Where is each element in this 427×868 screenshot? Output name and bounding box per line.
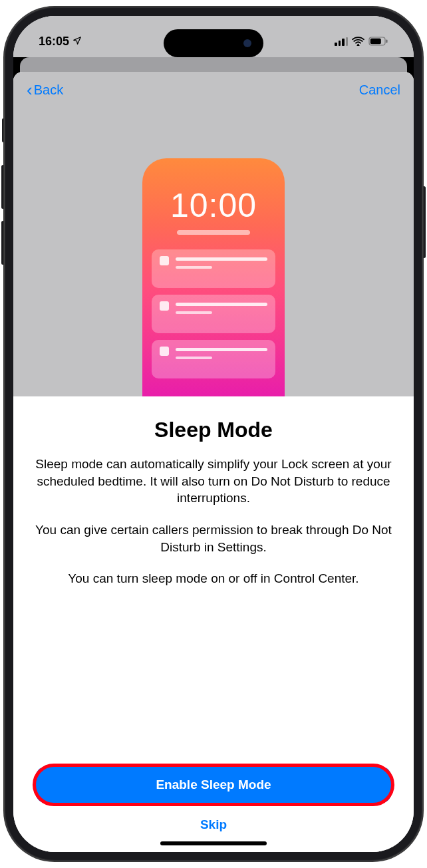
preview-notification <box>152 249 275 288</box>
svg-rect-3 <box>370 39 381 44</box>
battery-icon <box>368 37 388 46</box>
status-right <box>335 37 388 46</box>
back-button[interactable]: ‹ Back <box>27 81 63 98</box>
modal-sheet: ‹ Back Cancel 10:00 <box>13 72 414 852</box>
svg-rect-2 <box>386 40 388 43</box>
chevron-left-icon: ‹ <box>27 81 33 98</box>
dynamic-island <box>164 29 263 57</box>
illustration-area: ‹ Back Cancel 10:00 <box>13 72 414 396</box>
status-left: 16:05 <box>39 35 82 49</box>
sheet-stack: ‹ Back Cancel 10:00 <box>13 57 414 852</box>
preview-notification-icon <box>160 347 169 356</box>
lockscreen-preview: 10:00 <box>142 158 285 396</box>
cancel-button[interactable]: Cancel <box>359 82 400 98</box>
description-paragraph: You can give certain callers permission … <box>32 521 395 555</box>
preview-notification <box>152 295 275 333</box>
page-title: Sleep Mode <box>154 418 273 442</box>
skip-button[interactable]: Skip <box>200 817 227 832</box>
cellular-icon <box>335 37 348 46</box>
screen: 16:05 <box>13 16 414 852</box>
preview-notification-icon <box>160 256 169 265</box>
status-time: 16:05 <box>39 35 69 49</box>
back-label: Back <box>34 82 63 98</box>
preview-divider <box>177 230 250 235</box>
preview-notification-icon <box>160 301 169 311</box>
nav-bar: ‹ Back Cancel <box>13 72 414 108</box>
enable-sleep-mode-button[interactable]: Enable Sleep Mode <box>36 767 391 803</box>
content-area: Sleep Mode Sleep mode can automatically … <box>13 396 414 852</box>
preview-notifications <box>142 249 285 378</box>
svg-point-0 <box>357 44 358 45</box>
description-paragraph: You can turn sleep mode on or off in Con… <box>68 570 358 587</box>
home-indicator[interactable] <box>160 841 267 845</box>
wifi-icon <box>352 37 364 46</box>
location-icon <box>72 36 82 47</box>
description-paragraph: Sleep mode can automatically simplify yo… <box>32 456 395 507</box>
preview-notification <box>152 340 275 378</box>
preview-time: 10:00 <box>170 186 257 225</box>
device-frame: 16:05 <box>4 7 423 861</box>
primary-button-container: Enable Sleep Mode <box>32 767 395 803</box>
